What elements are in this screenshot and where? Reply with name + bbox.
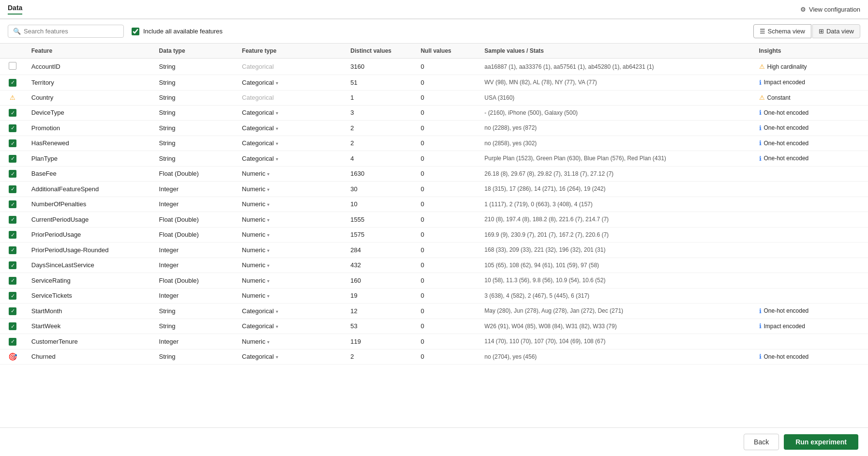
cell-sample: - (2160), iPhone (500), Galaxy (500) — [479, 105, 753, 121]
dropdown-arrow[interactable]: ▾ — [276, 110, 278, 116]
info-icon: ℹ — [759, 353, 762, 360]
cell-checkbox[interactable] — [0, 59, 26, 75]
checkbox-checked[interactable] — [9, 246, 16, 254]
cell-checkbox[interactable] — [0, 212, 26, 228]
cell-feature: StartWeek — [26, 319, 153, 334]
cell-null: 0 — [415, 288, 479, 304]
data-view-button[interactable]: ⊞ Data view — [812, 24, 860, 38]
dropdown-arrow[interactable]: ▾ — [276, 324, 278, 329]
toolbar: 🔍 Include all available features ☰ Schem… — [0, 19, 868, 44]
dropdown-arrow[interactable]: ▾ — [267, 263, 269, 268]
cell-checkbox[interactable] — [0, 273, 26, 289]
dropdown-arrow[interactable]: ▾ — [276, 141, 278, 146]
info-icon: ℹ — [759, 124, 762, 132]
feature-type-value: Numeric — [242, 246, 265, 254]
checkbox-checked[interactable] — [9, 322, 16, 330]
cell-checkbox[interactable]: 🎯 — [0, 349, 26, 364]
dropdown-arrow[interactable]: ▾ — [276, 126, 278, 131]
cell-insights — [753, 273, 868, 289]
cell-checkbox[interactable] — [0, 75, 26, 91]
cell-checkbox[interactable] — [0, 182, 26, 197]
data-tab[interactable]: Data — [8, 4, 22, 15]
schema-view-button[interactable]: ☰ Schema view — [753, 24, 811, 38]
search-input[interactable] — [24, 28, 119, 35]
checkbox-checked[interactable] — [9, 109, 16, 117]
dropdown-arrow[interactable]: ▾ — [276, 156, 278, 162]
cell-insights: ℹOne-hot encoded — [753, 136, 868, 151]
cell-checkbox[interactable] — [0, 227, 26, 243]
info-icon: ℹ — [759, 139, 762, 147]
dropdown-arrow[interactable]: ▾ — [276, 80, 278, 86]
col-header-sample: Sample values / Stats — [479, 44, 753, 59]
dropdown-arrow[interactable]: ▾ — [267, 171, 269, 177]
dropdown-arrow[interactable]: ▾ — [267, 339, 269, 345]
table-row: CurrentPeriodUsage Float (Double) Numeri… — [0, 212, 868, 228]
dropdown-arrow[interactable]: ▾ — [267, 278, 269, 284]
insight-text: One-hot encoded — [764, 307, 809, 314]
cell-distinct: 53 — [344, 319, 415, 334]
cell-checkbox[interactable] — [0, 121, 26, 136]
table-row: StartWeek String Categorical▾ 53 0 W26 (… — [0, 319, 868, 334]
cell-checkbox[interactable] — [0, 243, 26, 258]
checkbox-checked[interactable] — [9, 307, 16, 315]
view-config-button[interactable]: ⚙ View configuration — [800, 6, 860, 13]
checkbox-unchecked[interactable] — [9, 62, 16, 70]
checkbox-warning[interactable]: ⚠ — [9, 94, 16, 102]
dropdown-arrow[interactable]: ▾ — [276, 354, 278, 360]
checkbox-checked[interactable] — [9, 231, 16, 239]
cell-sample: 10 (58), 11.3 (56), 9.8 (56), 10.9 (54),… — [479, 273, 753, 289]
checkbox-checked[interactable] — [9, 139, 16, 147]
cell-distinct: 10 — [344, 197, 415, 212]
cell-checkbox[interactable] — [0, 166, 26, 182]
cell-insights: ⚠High cardinality — [753, 59, 868, 75]
cell-checkbox[interactable] — [0, 105, 26, 121]
dropdown-arrow[interactable]: ▾ — [276, 309, 278, 314]
cell-checkbox[interactable] — [0, 136, 26, 151]
cell-checkbox[interactable]: ⚠ — [0, 90, 26, 105]
cell-sample: 1 (1117), 2 (719), 0 (663), 3 (408), 4 (… — [479, 197, 753, 212]
cell-insights: ⚠Constant — [753, 90, 868, 105]
cell-datatype: Float (Double) — [153, 273, 236, 289]
cell-checkbox[interactable] — [0, 334, 26, 350]
checkbox-checked[interactable] — [9, 79, 16, 87]
include-all-checkbox[interactable] — [132, 28, 139, 35]
checkbox-checked[interactable] — [9, 170, 16, 178]
feature-type-value: Categorical — [242, 63, 274, 70]
cell-feature: BaseFee — [26, 166, 153, 182]
dropdown-arrow[interactable]: ▾ — [267, 248, 269, 253]
checkbox-checked[interactable] — [9, 185, 16, 193]
checkbox-checked[interactable] — [9, 292, 16, 300]
cell-insights — [753, 288, 868, 304]
cell-checkbox[interactable] — [0, 197, 26, 212]
cell-checkbox[interactable] — [0, 258, 26, 273]
cell-checkbox[interactable] — [0, 288, 26, 304]
warning-icon: ⚠ — [759, 63, 765, 70]
checkbox-checked[interactable] — [9, 261, 16, 269]
dropdown-arrow[interactable]: ▾ — [267, 187, 269, 192]
checkbox-checked[interactable] — [9, 216, 16, 224]
cell-null: 0 — [415, 75, 479, 91]
checkbox-checked[interactable] — [9, 155, 16, 163]
checkbox-checked[interactable] — [9, 200, 16, 208]
cell-distinct: 4 — [344, 151, 415, 167]
cell-null: 0 — [415, 258, 479, 273]
cell-checkbox[interactable] — [0, 304, 26, 319]
warning-icon: ⚠ — [759, 94, 765, 101]
checkbox-checked[interactable] — [9, 338, 16, 346]
table-row: ⚠ Country String Categorical 1 0 USA (31… — [0, 90, 868, 105]
dropdown-arrow[interactable]: ▾ — [267, 202, 269, 207]
table-row: Promotion String Categorical▾ 2 0 no (22… — [0, 121, 868, 136]
cell-featuretype: Categorical▾ — [236, 304, 344, 319]
cell-insights — [753, 166, 868, 182]
cell-checkbox[interactable] — [0, 319, 26, 334]
cell-distinct: 19 — [344, 288, 415, 304]
dropdown-arrow[interactable]: ▾ — [267, 293, 269, 299]
checkbox-checked[interactable] — [9, 277, 16, 285]
cell-checkbox[interactable] — [0, 151, 26, 167]
cell-feature: AccountID — [26, 59, 153, 75]
checkbox-checked[interactable] — [9, 124, 16, 132]
dropdown-arrow[interactable]: ▾ — [267, 217, 269, 223]
insight-badge: ℹOne-hot encoded — [759, 139, 862, 147]
toolbar-left: 🔍 Include all available features — [8, 25, 223, 38]
dropdown-arrow[interactable]: ▾ — [267, 232, 269, 238]
